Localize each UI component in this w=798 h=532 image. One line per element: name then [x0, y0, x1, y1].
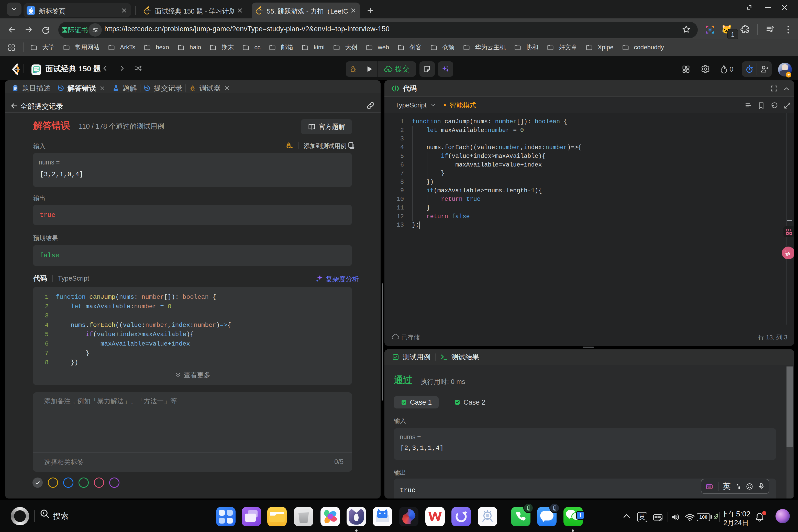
svg-text:TOP: TOP: [34, 68, 39, 71]
